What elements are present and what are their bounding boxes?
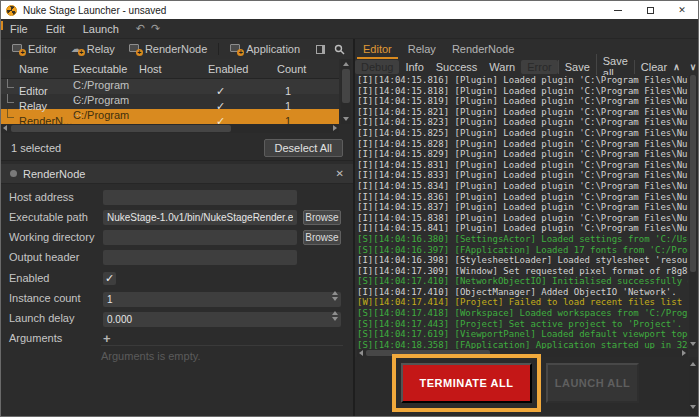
log-horizontal-scrollbar[interactable] <box>357 349 688 357</box>
scroll-up-icon[interactable] <box>690 362 696 366</box>
column-header-name[interactable]: Name <box>19 63 73 75</box>
redo-icon[interactable]: ↷ <box>151 22 160 35</box>
working-directory-label: Working directory <box>9 231 103 243</box>
host-address-field[interactable] <box>103 190 297 205</box>
table-row[interactable]: EditorC:/Program ...✓1 <box>1 79 339 94</box>
table-body: EditorC:/Program ...✓1RelayC:/Program ..… <box>1 79 339 124</box>
enabled-row: Enabled ✓ <box>9 270 345 286</box>
launch-delay-spinner[interactable] <box>332 311 338 321</box>
executable-path-field[interactable] <box>103 210 297 225</box>
scroll-left-icon[interactable] <box>359 350 363 356</box>
log-vertical-scrollbar[interactable] <box>689 75 697 349</box>
table-horizontal-scrollbar[interactable] <box>1 124 339 133</box>
log-line: [S][14:04:17.443] [Project] Set active p… <box>357 319 688 330</box>
log-line: [I][14:04:15.829] [Plugin] Loaded plugin… <box>357 149 688 160</box>
add-application-button[interactable]: + Application <box>223 39 307 59</box>
selection-bar: 1 selected Deselect All <box>1 135 353 161</box>
tab-relay[interactable]: Relay <box>400 40 444 59</box>
working-directory-field[interactable] <box>103 230 297 245</box>
enabled-checkbox[interactable]: ✓ <box>103 272 116 285</box>
left-edge-accent <box>1 21 3 30</box>
log-scroll-down-icon[interactable]: ∨ <box>690 62 697 72</box>
properties-header: RenderNode ✕ <box>1 164 353 184</box>
add-argument-button[interactable]: + <box>103 332 111 345</box>
log-line: [S][14:04:17.410] [NetworkObjectIO] Init… <box>357 276 688 287</box>
filter-error-button[interactable]: Error <box>521 60 557 74</box>
app-window: Nuke Stage Launcher - unsaved ✕ File Edi… <box>0 0 699 417</box>
table-cell: 1 <box>277 100 339 112</box>
toolbar-row: + Editor ☁+ Relay + RenderNode + Applica… <box>1 39 698 59</box>
terminate-all-button[interactable]: TERMINATE ALL <box>401 363 532 403</box>
log-line: [S][14:04:17.418] [Workspace] Loaded wor… <box>357 308 688 319</box>
filter-success-button[interactable]: Success <box>430 60 484 74</box>
output-header-row: Output header <box>9 249 345 265</box>
window-controls: ✕ <box>602 1 698 19</box>
host-address-row: Host address <box>9 189 345 205</box>
tab-editor[interactable]: Editor <box>355 40 400 59</box>
scroll-up-icon[interactable] <box>343 62 349 66</box>
minimize-button[interactable] <box>602 1 634 19</box>
undo-icon[interactable]: ↶ <box>136 22 145 35</box>
add-rendernode-button[interactable]: + RenderNode <box>122 39 214 59</box>
properties-close-icon[interactable]: ✕ <box>336 168 344 179</box>
menu-edit[interactable]: Edit <box>37 23 74 35</box>
log-line: [S][14:04:16.397] [FApplication] Loaded … <box>357 245 688 256</box>
log-line: [S][14:04:18.358] [FApplication] Applica… <box>357 340 688 349</box>
log-scroll-up-icon[interactable]: ∧ <box>673 62 680 72</box>
deselect-all-button[interactable]: Deselect All <box>264 139 343 157</box>
menu-launch[interactable]: Launch <box>74 23 128 35</box>
scroll-right-icon[interactable] <box>682 350 686 356</box>
log-line: [I][14:04:15.828] [Plugin] Loaded plugin… <box>357 139 688 150</box>
column-header-count[interactable]: Count <box>277 63 339 75</box>
tab-rendernode[interactable]: RenderNode <box>444 40 522 59</box>
scrollbar-thumb[interactable] <box>366 350 490 356</box>
instance-count-spinner[interactable] <box>332 291 338 301</box>
scroll-down-icon[interactable] <box>690 405 696 409</box>
log-save-button[interactable]: Save <box>558 60 596 74</box>
instance-count-field[interactable] <box>103 292 341 307</box>
window-title: Nuke Stage Launcher - unsaved <box>23 5 166 16</box>
title-bar[interactable]: Nuke Stage Launcher - unsaved ✕ <box>1 1 698 19</box>
working-directory-browse-button[interactable]: Browse <box>303 230 341 245</box>
log-line: [I][14:04:17.309] [Window] Set requested… <box>357 266 688 277</box>
launch-all-button[interactable]: LAUNCH ALL <box>546 363 639 403</box>
close-button[interactable]: ✕ <box>666 1 698 19</box>
arguments-row: Arguments + <box>9 330 345 346</box>
search-icon[interactable] <box>334 44 345 55</box>
table-vertical-scrollbar[interactable] <box>341 59 351 124</box>
bottom-vertical-scrollbar[interactable] <box>689 359 697 412</box>
column-header-enabled[interactable]: Enabled <box>208 63 277 75</box>
log-line: [I][14:04:16.398] [StylesheetLoader] Loa… <box>357 255 688 266</box>
scroll-left-icon[interactable] <box>3 125 7 131</box>
panel-layout-icon[interactable] <box>315 44 326 55</box>
executable-browse-button[interactable]: Browse <box>303 210 341 225</box>
column-header-host[interactable]: Host <box>139 63 208 75</box>
launch-delay-field[interactable] <box>103 312 341 327</box>
scrollbar-thumb[interactable] <box>11 125 231 132</box>
scroll-down-icon[interactable] <box>690 342 696 346</box>
scrollbar-thumb[interactable] <box>342 69 350 103</box>
log-filter-bar: DebugInfoSuccessWarnError Save Save all … <box>355 59 698 75</box>
filter-info-button[interactable]: Info <box>399 60 429 74</box>
scroll-down-icon[interactable] <box>343 117 349 121</box>
maximize-icon <box>647 7 654 14</box>
scroll-right-icon[interactable] <box>333 125 337 131</box>
rendernode-add-icon: + <box>129 44 141 54</box>
menu-file[interactable]: File <box>1 23 37 35</box>
add-application-label: Application <box>246 43 300 55</box>
filter-warn-button[interactable]: Warn <box>483 60 521 74</box>
filter-debug-button[interactable]: Debug <box>355 60 399 74</box>
column-header-executable[interactable]: Executable <box>73 63 139 75</box>
add-relay-button[interactable]: ☁+ Relay <box>64 39 122 59</box>
enabled-check-icon: ✓ <box>208 85 277 98</box>
log-clear-button[interactable]: Clear <box>634 60 673 74</box>
output-header-field[interactable] <box>103 250 297 265</box>
add-editor-button[interactable]: + Editor <box>5 39 64 59</box>
log-tab-bar: Editor Relay RenderNode <box>355 39 698 59</box>
scrollbar-thumb[interactable] <box>690 75 696 272</box>
menu-bar: File Edit Launch ↶ ↷ <box>1 19 698 39</box>
log-line: [I][14:04:15.834] [Plugin] Loaded plugin… <box>357 181 688 192</box>
maximize-button[interactable] <box>634 1 666 19</box>
enabled-label: Enabled <box>9 272 103 284</box>
application-add-icon: + <box>230 44 242 54</box>
